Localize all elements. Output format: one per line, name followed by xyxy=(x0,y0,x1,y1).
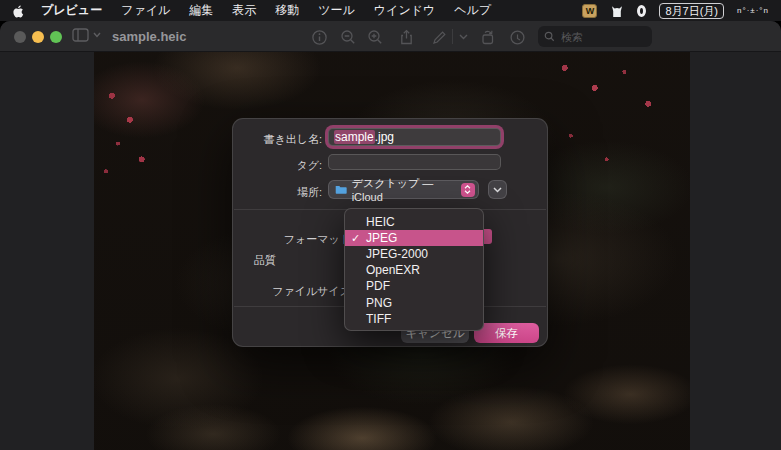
menu-item-label: PDF xyxy=(366,279,390,293)
export-name-field[interactable]: sample.jpg xyxy=(328,128,501,146)
markup-chevron-icon[interactable] xyxy=(457,28,469,46)
menu-view[interactable]: 表示 xyxy=(232,2,256,19)
format-label: フォーマット xyxy=(233,232,351,247)
zoom-in-icon[interactable] xyxy=(366,28,384,46)
menu-item-label: OpenEXR xyxy=(366,263,420,277)
sidebar-toggle-button[interactable] xyxy=(72,28,101,42)
menu-item-jpeg-2000[interactable]: JPEG-2000 xyxy=(345,246,483,262)
menu-go[interactable]: 移動 xyxy=(275,2,299,19)
location-label: 場所: xyxy=(233,185,322,200)
zoom-out-icon[interactable] xyxy=(339,28,357,46)
location-value: デスクトップ — iCloud xyxy=(352,176,456,203)
close-button[interactable] xyxy=(14,31,26,43)
cat-icon[interactable] xyxy=(610,4,624,18)
menu-item-label: PNG xyxy=(366,296,392,310)
selected-text: sample xyxy=(334,130,375,144)
check-icon: ✓ xyxy=(351,232,366,245)
window-titlebar: sample.heic xyxy=(0,21,781,52)
search-field[interactable] xyxy=(538,26,652,47)
location-expand-button[interactable] xyxy=(488,180,507,199)
sidebar-icon xyxy=(72,28,89,42)
tags-field[interactable] xyxy=(328,154,501,170)
location-popup[interactable]: デスクトップ — iCloud xyxy=(328,180,479,199)
quality-label: 品質 xyxy=(233,253,276,268)
menu-item-jpeg[interactable]: ✓JPEG xyxy=(345,230,483,246)
minimize-button[interactable] xyxy=(32,31,44,43)
menu-file[interactable]: ファイル xyxy=(121,2,170,19)
menu-edit[interactable]: 編集 xyxy=(189,2,213,19)
filesize-label: ファイルサイズ xyxy=(233,284,351,299)
rotate-icon[interactable] xyxy=(478,28,496,46)
menu-item-label: HEIC xyxy=(366,215,395,229)
menu-item-label: JPEG xyxy=(366,231,397,245)
menu-item-png[interactable]: PNG xyxy=(345,294,483,310)
extension-text: .jpg xyxy=(375,130,394,144)
export-name-label: 書き出し名: xyxy=(233,132,322,147)
menu-bar: プレビュー ファイル 編集 表示 移動 ツール ウインドウ ヘルプ W 8月7日… xyxy=(0,0,781,21)
menu-item-heic[interactable]: HEIC xyxy=(345,214,483,230)
tags-label: タグ: xyxy=(233,158,322,173)
menu-window[interactable]: ウインドウ xyxy=(374,2,435,19)
menu-item-label: JPEG-2000 xyxy=(366,247,428,261)
chevron-down-icon xyxy=(493,187,502,193)
toolbar-separator xyxy=(452,29,453,44)
save-button[interactable]: 保存 xyxy=(474,323,539,343)
menubar-status-area: W 8月7日(月) n°·±·°n xyxy=(582,3,769,19)
menu-item-openexr[interactable]: OpenEXR xyxy=(345,262,483,278)
ring-icon[interactable] xyxy=(637,5,646,17)
apple-menu-icon[interactable] xyxy=(12,3,25,18)
menu-help[interactable]: ヘルプ xyxy=(454,2,491,19)
menu-tools[interactable]: ツール xyxy=(318,2,355,19)
info-icon[interactable] xyxy=(310,28,328,46)
zoom-button[interactable] xyxy=(50,31,62,43)
menu-item-label: TIFF xyxy=(366,312,391,326)
markup-pencil-icon[interactable] xyxy=(430,28,448,46)
search-input[interactable] xyxy=(559,30,646,44)
menu-item-tiff[interactable]: TIFF xyxy=(345,311,483,327)
folder-icon xyxy=(335,184,347,195)
window-title: sample.heic xyxy=(112,29,186,44)
annotate-icon[interactable] xyxy=(508,28,526,46)
chevron-down-icon xyxy=(93,32,101,38)
menubar-date[interactable]: 8月7日(月) xyxy=(659,3,724,19)
w-badge-icon[interactable]: W xyxy=(582,4,597,18)
share-icon[interactable] xyxy=(397,28,415,46)
format-menu: HEIC ✓JPEG JPEG-2000 OpenEXR PDF PNG TIF… xyxy=(344,208,484,331)
popup-arrows-icon xyxy=(461,183,475,197)
menu-item-pdf[interactable]: PDF xyxy=(345,278,483,294)
screen: プレビュー ファイル 編集 表示 移動 ツール ウインドウ ヘルプ W 8月7日… xyxy=(0,0,781,450)
preview-window: sample.heic xyxy=(0,21,781,450)
menubar-clock[interactable]: n°·±·°n xyxy=(737,6,769,15)
menu-app[interactable]: プレビュー xyxy=(41,2,102,19)
search-icon xyxy=(544,31,555,42)
